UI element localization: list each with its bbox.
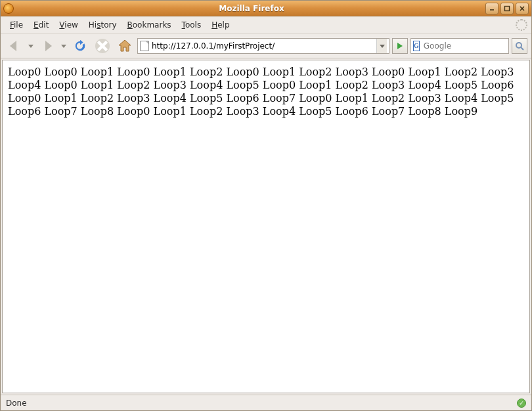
url-input[interactable] [152,41,374,51]
page-content: Loop0 Loop0 Loop1 Loop0 Loop1 Loop2 Loop… [2,60,530,393]
menu-help[interactable]: Help [206,18,234,32]
back-button[interactable] [5,36,24,56]
close-button[interactable] [516,3,529,14]
search-bar[interactable]: G [410,38,509,54]
status-text: Done [6,399,517,408]
maximize-button[interactable] [500,3,514,14]
menu-file[interactable]: File [5,18,28,32]
url-bar[interactable] [137,38,389,54]
url-dropdown[interactable] [376,39,387,53]
forward-dropdown[interactable] [60,36,68,56]
go-button[interactable] [392,38,408,54]
svg-point-6 [516,43,521,48]
security-icon[interactable] [517,399,526,408]
window-controls [485,3,529,14]
search-go-button[interactable] [512,38,527,54]
menu-bookmarks[interactable]: Bookmarks [122,18,177,32]
page-icon [140,41,149,51]
search-engine-icon[interactable]: G [413,41,420,51]
minimize-button[interactable] [485,3,499,14]
home-button[interactable] [115,36,135,56]
svg-line-7 [521,47,523,50]
window-title: Mozilla Firefox [18,4,485,13]
reload-button[interactable] [70,36,90,56]
menu-tools[interactable]: Tools [177,18,207,32]
navigation-toolbar: G [1,33,531,58]
menu-bar: File Edit View History Bookmarks Tools H… [1,16,531,33]
throbber-icon [516,19,527,31]
forward-button[interactable] [37,36,57,56]
search-input[interactable] [424,41,522,51]
window-titlebar: Mozilla Firefox [1,1,531,16]
menu-view[interactable]: View [54,18,83,32]
firefox-icon [3,3,14,14]
status-bar: Done [1,395,531,410]
menu-history[interactable]: History [83,18,122,32]
stop-button[interactable] [93,36,112,56]
menu-edit[interactable]: Edit [28,18,54,32]
back-dropdown[interactable] [27,36,35,56]
svg-rect-1 [505,6,510,11]
